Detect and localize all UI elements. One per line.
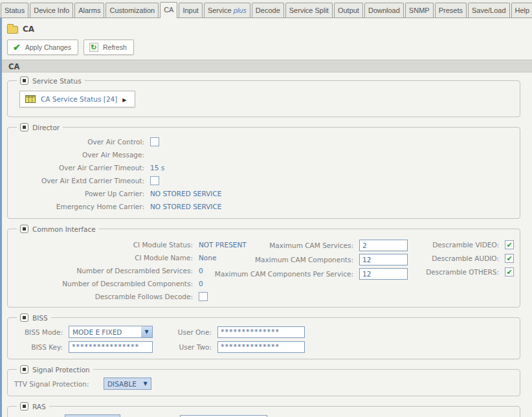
tab-service-plus-label: Service [208, 6, 232, 14]
biss-legend: BISS [17, 313, 51, 322]
user-two-label: User Two: [153, 343, 217, 351]
tab-customization[interactable]: Customization [105, 3, 159, 17]
tab-device-info[interactable]: Device Info [30, 3, 73, 17]
power-up-carrier-value: NO STORED SERVICE [150, 190, 221, 197]
over-air-message-row: Over Air Message: [13, 148, 515, 161]
ttv-signal-protection-label: TTV Signal Protection: [13, 380, 104, 388]
ras-legend-label: RAS [32, 403, 46, 411]
ras-legend: RAS [17, 402, 49, 411]
user-two-input[interactable] [217, 341, 305, 353]
max-cam-services-row: Maximum CAM Services: [212, 238, 408, 252]
ca-service-status-label: CA Service Status [24] [41, 95, 117, 103]
director-fieldset: Director Over Air Control: Over Air Mess… [7, 123, 520, 219]
tab-snmp[interactable]: SNMP [405, 3, 434, 17]
over-air-extd-carrier-timeout-checkbox[interactable] [150, 176, 159, 185]
tab-input[interactable]: Input [179, 3, 202, 17]
descramble-others-label: Descramble OTHERS: [419, 268, 505, 276]
signal-protection-legend-label: Signal Protection [32, 366, 90, 374]
max-cam-components-input[interactable] [359, 254, 408, 265]
page-title: CA [23, 25, 34, 34]
max-cam-services-label: Maximum CAM Services: [212, 242, 359, 249]
descrambled-services-label: Number of Descrambled Services: [14, 267, 199, 275]
ras-mode-select[interactable]: DSNG KEY [65, 414, 120, 417]
tab-save-load[interactable]: Save/Load [468, 3, 510, 17]
service-status-legend-label: Service Status [32, 77, 82, 85]
tab-download[interactable]: Download [364, 3, 404, 17]
breadcrumb: CA [2, 18, 532, 36]
biss-mode-value: MODE E FIXED [72, 328, 122, 336]
director-legend-label: Director [32, 124, 60, 131]
descramble-follows-decode-checkbox[interactable] [199, 292, 208, 301]
emergency-home-carrier-value: NO STORED SERVICE [150, 203, 221, 210]
director-legend: Director [17, 123, 63, 131]
max-cam-components-per-service-input[interactable] [359, 268, 408, 280]
apply-changes-button[interactable]: Apply Changes [7, 39, 78, 55]
ttv-signal-protection-select[interactable]: DISABLE [104, 378, 151, 390]
ras-fieldset: RAS RAS mode: DSNG KEY DSNG Key: [7, 402, 520, 417]
over-air-message-label: Over Air Message: [13, 151, 150, 159]
descramble-others-checkbox[interactable] [505, 267, 514, 276]
refresh-label: Refresh [103, 43, 127, 51]
max-cam-components-label: Maximum CAM Components: [212, 256, 359, 264]
power-up-carrier-label: Power Up Carrier: [13, 190, 150, 197]
tab-presets[interactable]: Presets [435, 3, 467, 17]
over-air-control-checkbox[interactable] [150, 137, 159, 146]
biss-mode-select[interactable]: MODE E FIXED [69, 326, 153, 338]
descrambled-components-value: 0 [199, 280, 203, 287]
biss-row-1: BISS Mode: MODE E FIXED User One: [13, 326, 515, 338]
over-air-extd-carrier-timeout-row: Over Air Extd Carrier Timeout: [13, 174, 515, 186]
chevron-down-icon [141, 326, 152, 337]
collapse-icon[interactable] [20, 365, 28, 374]
form-area: Service Status CA Service Status [24] Di… [2, 73, 532, 417]
tab-status[interactable]: Status [1, 3, 28, 17]
collapse-icon[interactable] [20, 313, 28, 322]
descramble-follows-decode-label: Descramble Follows Decode: [14, 293, 199, 300]
signal-protection-legend: Signal Protection [17, 365, 93, 374]
tab-service-split[interactable]: Service Split [285, 3, 333, 17]
tab-ca[interactable]: CA [160, 2, 177, 18]
max-cam-components-per-service-row: Maximum CAM Components Per Service: [212, 267, 408, 280]
max-cam-components-per-service-label: Maximum CAM Components Per Service: [212, 270, 359, 278]
tab-alarms[interactable]: Alarms [74, 3, 104, 17]
signal-protection-fieldset: Signal Protection TTV Signal Protection:… [7, 365, 520, 396]
tab-output[interactable]: Output [334, 3, 363, 17]
power-up-carrier-row: Power Up Carrier: NO STORED SERVICE [13, 187, 515, 199]
collapse-icon[interactable] [20, 123, 28, 131]
descramble-audio-checkbox[interactable] [505, 254, 514, 263]
descramble-follows-decode-row: Descramble Follows Decode: [14, 290, 255, 302]
refresh-button[interactable]: Refresh [83, 39, 134, 55]
descramble-video-label: Descramble VIDEO: [419, 241, 505, 249]
tab-decode[interactable]: Decode [252, 3, 284, 17]
emergency-home-carrier-row: Emergency Home Carrier: NO STORED SERVIC… [13, 200, 515, 212]
max-cam-services-input[interactable] [359, 240, 408, 251]
folder-icon [7, 26, 18, 34]
max-cam-components-row: Maximum CAM Components: [212, 253, 408, 266]
ci-module-status-label: CI Module Status: [14, 241, 199, 249]
descramble-audio-label: Descramble AUDIO: [419, 254, 505, 262]
over-air-extd-carrier-timeout-label: Over Air Extd Carrier Timeout: [13, 177, 150, 185]
user-one-label: User One: [153, 328, 217, 336]
ci-descramble-column: Descramble VIDEO: Descramble AUDIO: Desc… [419, 238, 514, 279]
collapse-icon[interactable] [20, 402, 28, 411]
user-one-input[interactable] [217, 326, 305, 338]
descramble-video-checkbox[interactable] [505, 240, 514, 249]
descramble-audio-row: Descramble AUDIO: [419, 252, 514, 265]
collapse-icon[interactable] [20, 225, 28, 233]
common-interface-legend-label: Common Interface [32, 225, 96, 233]
service-status-legend: Service Status [17, 76, 85, 85]
biss-mode-label: BISS Mode: [13, 328, 69, 336]
ttv-signal-protection-value: DISABLE [107, 380, 137, 388]
tab-help[interactable]: Help [511, 3, 532, 17]
over-air-carrier-timeout-label: Over Air Carrier Timeout: [13, 164, 150, 172]
check-icon [13, 43, 21, 52]
biss-key-input[interactable] [69, 341, 153, 353]
ci-cam-column: Maximum CAM Services: Maximum CAM Compon… [212, 238, 408, 281]
ttv-signal-protection-row: TTV Signal Protection: DISABLE [13, 378, 515, 390]
collapse-icon[interactable] [20, 76, 28, 85]
ca-service-status-button[interactable]: CA Service Status [24] [19, 91, 135, 107]
page-content: CA Apply Changes Refresh CA Service Stat… [0, 18, 532, 417]
biss-row-2: BISS Key: User Two: [13, 341, 515, 353]
over-air-control-label: Over Air Control: [13, 138, 150, 146]
dsng-key-input[interactable] [180, 415, 267, 417]
tab-service-plus[interactable]: Service plus [204, 3, 250, 17]
